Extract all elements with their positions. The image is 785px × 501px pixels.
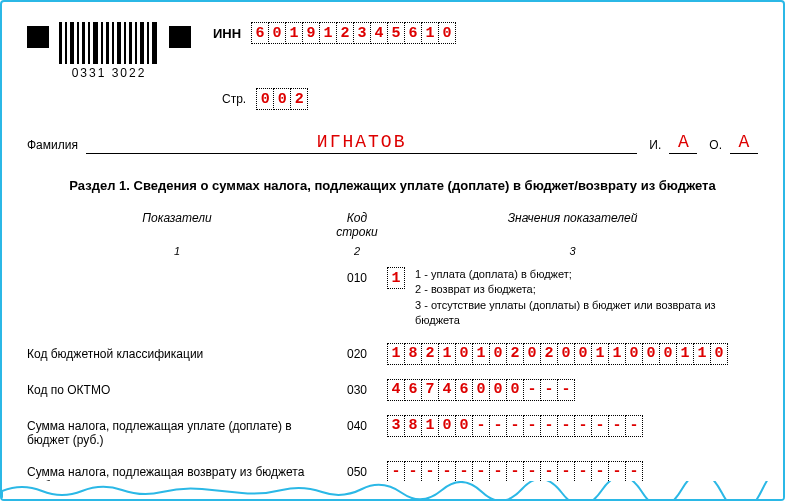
column-numbers: 1 2 3 xyxy=(27,245,758,257)
input-cell: - xyxy=(608,415,626,437)
input-cell: - xyxy=(472,461,490,483)
row-030-value: 46746000--- xyxy=(387,379,758,401)
input-cell: 0 xyxy=(438,415,456,437)
input-cell: - xyxy=(540,379,558,401)
input-cell: 0 xyxy=(438,22,456,44)
surname-label: Фамилия xyxy=(27,138,78,154)
input-cell: 2 xyxy=(421,343,439,365)
input-cell: - xyxy=(540,461,558,483)
input-cell: - xyxy=(574,461,592,483)
svg-rect-9 xyxy=(112,22,114,64)
input-cell: - xyxy=(574,415,592,437)
page-label: Стр. xyxy=(222,92,246,106)
input-cell: 0 xyxy=(455,415,473,437)
input-cell: 2 xyxy=(290,88,308,110)
input-cell: 8 xyxy=(404,343,422,365)
input-cell: - xyxy=(523,415,541,437)
input-cell: 0 xyxy=(710,343,728,365)
alignment-marker-left xyxy=(27,26,49,48)
input-cell: 0 xyxy=(574,343,592,365)
header-row: 0331 3022 ИНН 601912345610 xyxy=(27,22,758,80)
input-cell: 1 xyxy=(591,343,609,365)
input-cell: 2 xyxy=(506,343,524,365)
torn-edge xyxy=(2,481,783,501)
input-cell: 1 xyxy=(285,22,303,44)
input-cell: 3 xyxy=(353,22,371,44)
input-cell: 0 xyxy=(489,379,507,401)
barcode-icon xyxy=(59,22,159,64)
inn-cells: 601912345610 xyxy=(251,22,456,44)
row-020-value: 18210102020011000110 xyxy=(387,343,758,365)
input-cell: 1 xyxy=(608,343,626,365)
input-cell: - xyxy=(506,415,524,437)
row-040-value: 38100---------- xyxy=(387,415,758,437)
initial-o-value: А xyxy=(730,132,758,154)
svg-rect-4 xyxy=(82,22,85,64)
input-cell: 1 xyxy=(387,267,405,289)
page-cells: 002 xyxy=(256,88,308,110)
opt1: 1 - уплата (доплата) в бюджет; xyxy=(415,267,758,282)
input-cell: 0 xyxy=(557,343,575,365)
svg-rect-13 xyxy=(135,22,137,64)
input-cell: 3 xyxy=(387,415,405,437)
col-header-2: Код строки xyxy=(327,211,387,239)
row-020-code: 020 xyxy=(327,343,387,361)
input-cell: - xyxy=(591,461,609,483)
svg-rect-0 xyxy=(59,22,62,64)
svg-rect-8 xyxy=(106,22,109,64)
opt2: 2 - возврат из бюджета; xyxy=(415,282,758,297)
input-cell: 0 xyxy=(642,343,660,365)
input-cell: 0 xyxy=(472,379,490,401)
input-cell: - xyxy=(591,415,609,437)
inn-block: ИНН 601912345610 xyxy=(213,22,456,44)
input-cell: - xyxy=(523,379,541,401)
input-cell: - xyxy=(608,461,626,483)
input-cell: - xyxy=(625,461,643,483)
row-020-label: Код бюджетной классификации xyxy=(27,343,327,361)
svg-rect-6 xyxy=(93,22,98,64)
input-cell: - xyxy=(557,379,575,401)
row-010-value: 1 1 - уплата (доплата) в бюджет; 2 - воз… xyxy=(387,267,758,329)
input-cell: 0 xyxy=(268,22,286,44)
svg-rect-3 xyxy=(77,22,79,64)
input-cell: - xyxy=(404,461,422,483)
row-050-cells: --------------- xyxy=(387,461,643,483)
svg-rect-1 xyxy=(65,22,67,64)
input-cell: 2 xyxy=(540,343,558,365)
barcode-block: 0331 3022 xyxy=(59,22,159,80)
input-cell: 5 xyxy=(387,22,405,44)
row-020: Код бюджетной классификации 020 18210102… xyxy=(27,343,758,365)
col-header-3: Значения показателей xyxy=(387,211,758,239)
input-cell: - xyxy=(557,415,575,437)
svg-rect-16 xyxy=(152,22,157,64)
input-cell: 2 xyxy=(336,22,354,44)
input-cell: - xyxy=(489,461,507,483)
svg-rect-15 xyxy=(147,22,149,64)
svg-rect-14 xyxy=(140,22,144,64)
row-020-cells: 18210102020011000110 xyxy=(387,343,728,365)
row-010-cells: 1 xyxy=(387,267,405,289)
input-cell: 1 xyxy=(472,343,490,365)
input-cell: 1 xyxy=(421,22,439,44)
input-cell: 6 xyxy=(404,379,422,401)
row-010: 010 1 1 - уплата (доплата) в бюджет; 2 -… xyxy=(27,267,758,329)
page-number-row: Стр. 002 xyxy=(222,88,758,110)
input-cell: 7 xyxy=(421,379,439,401)
input-cell: 4 xyxy=(438,379,456,401)
input-cell: 1 xyxy=(676,343,694,365)
col-num-1: 1 xyxy=(27,245,327,257)
alignment-marker-right xyxy=(169,26,191,48)
input-cell: 6 xyxy=(455,379,473,401)
row-040: Сумма налога, подлежащая уплате (доплате… xyxy=(27,415,758,447)
svg-rect-11 xyxy=(124,22,126,64)
row-030-label: Код по ОКТМО xyxy=(27,379,327,397)
input-cell: 6 xyxy=(404,22,422,44)
input-cell: - xyxy=(557,461,575,483)
input-cell: - xyxy=(506,461,524,483)
row-050-value: --------------- xyxy=(387,461,758,483)
input-cell: - xyxy=(523,461,541,483)
barcode-number: 0331 3022 xyxy=(59,66,159,80)
column-headers: Показатели Код строки Значения показател… xyxy=(27,211,758,239)
svg-rect-5 xyxy=(88,22,90,64)
row-010-options: 1 - уплата (доплата) в бюджет; 2 - возвр… xyxy=(415,267,758,329)
